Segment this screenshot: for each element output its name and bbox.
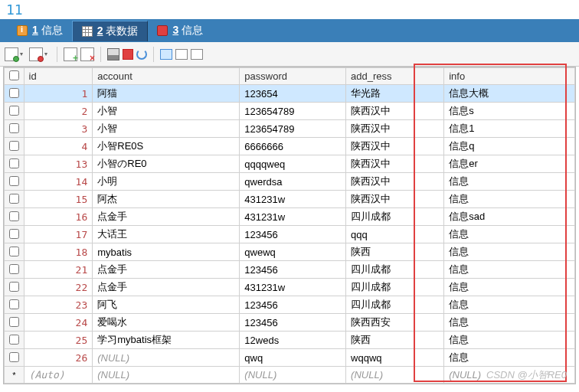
grid-view-button[interactable] <box>160 49 172 60</box>
row-handle[interactable] <box>5 191 25 208</box>
cell-id[interactable]: 1 <box>24 85 93 103</box>
table-row[interactable]: 17大话王123456qqq信息 <box>5 226 575 243</box>
cell-id[interactable]: 4 <box>24 138 93 155</box>
tab-info[interactable]: 1 信息 <box>8 21 72 41</box>
row-checkbox[interactable] <box>9 88 19 98</box>
cell-address[interactable]: (NULL) <box>346 367 444 384</box>
cell-info[interactable]: 信息 <box>444 349 575 367</box>
cell-address[interactable]: 四川成都 <box>346 208 444 226</box>
cell-id[interactable]: 3 <box>24 120 93 138</box>
cell-account[interactable]: 点金手 <box>93 208 240 226</box>
cell-account[interactable]: (NULL) <box>93 367 240 384</box>
cell-address[interactable]: 陕西西安 <box>346 314 444 332</box>
table-row[interactable]: 2小智123654789陕西汉中信息s <box>5 103 575 120</box>
row-handle[interactable] <box>5 120 25 138</box>
table-row[interactable]: 15阿杰431231w陕西汉中信息 <box>5 191 575 208</box>
row-checkbox[interactable] <box>9 194 19 204</box>
row-checkbox[interactable] <box>9 123 19 133</box>
row-handle[interactable] <box>5 314 25 332</box>
remove-row-button[interactable] <box>80 47 94 61</box>
column-header-password[interactable]: password <box>240 68 346 85</box>
row-handle[interactable] <box>5 261 25 279</box>
column-header-info[interactable]: info <box>444 68 575 85</box>
cell-account[interactable]: 爱喝水 <box>93 314 240 332</box>
cell-info[interactable]: 信息s <box>444 103 575 120</box>
cell-info[interactable]: 信息q <box>444 138 575 155</box>
table-row[interactable]: 22点金手431231w四川成都信息 <box>5 279 575 296</box>
table-row[interactable]: 3小智123654789陕西汉中信息1 <box>5 120 575 138</box>
table-row[interactable]: 25学习mybatis框架12weds陕西信息 <box>5 332 575 349</box>
cell-address[interactable]: 四川成都 <box>346 279 444 296</box>
cell-address[interactable]: 陕西汉中 <box>346 120 444 138</box>
tab-info-2[interactable]: 3 信息 <box>148 21 212 41</box>
cell-info[interactable]: 信息 <box>444 296 575 314</box>
cell-password[interactable]: qqqqweq <box>240 155 346 173</box>
cell-password[interactable]: (NULL) <box>240 367 346 384</box>
row-handle[interactable] <box>5 243 25 261</box>
cell-account[interactable]: 小智RE0S <box>93 138 240 155</box>
cell-account[interactable]: 大话王 <box>93 226 240 243</box>
row-checkbox[interactable] <box>9 211 19 221</box>
cell-address[interactable]: qqq <box>346 226 444 243</box>
row-checkbox[interactable] <box>9 106 19 116</box>
cell-password[interactable]: 431231w <box>240 208 346 226</box>
text-view-button[interactable] <box>191 49 203 60</box>
cell-account[interactable]: 阿猫 <box>93 85 240 103</box>
cell-id[interactable]: (Auto) <box>24 367 93 384</box>
row-checkbox[interactable] <box>9 141 19 151</box>
row-handle[interactable] <box>5 279 25 296</box>
cell-account[interactable]: 点金手 <box>93 279 240 296</box>
cell-id[interactable]: 26 <box>24 349 93 367</box>
row-handle[interactable] <box>5 332 25 349</box>
cell-password[interactable]: 123456 <box>240 261 346 279</box>
row-checkbox[interactable] <box>9 229 19 239</box>
table-row[interactable]: 21点金手123456四川成都信息 <box>5 261 575 279</box>
tab-table-data[interactable]: 2 表数据 <box>72 21 149 41</box>
cell-address[interactable]: 陕西汉中 <box>346 155 444 173</box>
row-handle[interactable] <box>5 226 25 243</box>
column-header-address[interactable]: add_ress <box>346 68 444 85</box>
cell-address[interactable]: 陕西汉中 <box>346 138 444 155</box>
column-header-account[interactable]: account <box>93 68 240 85</box>
table-row[interactable]: 26(NULL)qwqwqqwq信息 <box>5 349 575 367</box>
row-checkbox[interactable] <box>9 264 19 274</box>
cell-id[interactable]: 24 <box>24 314 93 332</box>
row-handle[interactable] <box>5 138 25 155</box>
cell-account[interactable]: mybatis <box>93 243 240 261</box>
cell-password[interactable]: 123456 <box>240 226 346 243</box>
cell-account[interactable]: 小智 <box>93 120 240 138</box>
cell-id[interactable]: 21 <box>24 261 93 279</box>
cell-password[interactable]: qwewq <box>240 243 346 261</box>
table-row[interactable]: 16点金手431231w四川成都信息sad <box>5 208 575 226</box>
cell-info[interactable]: 信息sad <box>444 208 575 226</box>
cell-info[interactable]: 信息 <box>444 191 575 208</box>
table-row[interactable]: 23阿飞123456四川成都信息 <box>5 296 575 314</box>
cell-password[interactable]: 123654 <box>240 85 346 103</box>
row-handle[interactable] <box>5 85 25 103</box>
cell-address[interactable]: 陕西 <box>346 243 444 261</box>
cell-info[interactable]: 信息 <box>444 243 575 261</box>
cell-info[interactable]: 信息大概 <box>444 85 575 103</box>
cell-id[interactable]: 14 <box>24 173 93 191</box>
cell-password[interactable]: 123456 <box>240 314 346 332</box>
cell-password[interactable]: 6666666 <box>240 138 346 155</box>
row-handle[interactable] <box>5 173 25 191</box>
cell-address[interactable]: 陕西汉中 <box>346 191 444 208</box>
cell-address[interactable]: 陕西 <box>346 332 444 349</box>
row-handle[interactable] <box>5 103 25 120</box>
select-all-header[interactable] <box>5 68 25 85</box>
cell-account[interactable]: 小智 <box>93 103 240 120</box>
column-header-id[interactable]: id <box>24 68 93 85</box>
cell-account[interactable]: 阿杰 <box>93 191 240 208</box>
add-row-button[interactable] <box>64 47 77 61</box>
cell-password[interactable]: 431231w <box>240 279 346 296</box>
insert-row-button[interactable] <box>5 47 18 61</box>
cell-id[interactable]: 15 <box>24 191 93 208</box>
row-handle[interactable] <box>5 296 25 314</box>
table-row[interactable]: 14小明qwerdsa陕西汉中信息 <box>5 173 575 191</box>
cell-account[interactable]: 阿飞 <box>93 296 240 314</box>
refresh-button[interactable] <box>136 49 147 60</box>
row-handle[interactable] <box>5 155 25 173</box>
row-handle[interactable] <box>5 208 25 226</box>
delete-row-dropdown[interactable]: ▾ <box>44 51 51 57</box>
